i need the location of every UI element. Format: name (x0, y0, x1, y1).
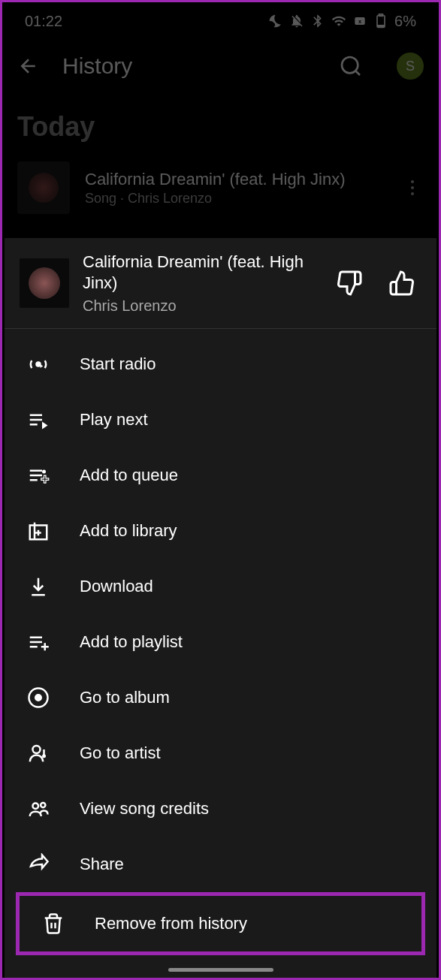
download-icon (27, 575, 50, 598)
menu-label: Remove from history (95, 914, 247, 933)
history-info: California Dreamin' (feat. High Jinx) So… (85, 170, 386, 207)
sheet-header: California Dreamin' (feat. High Jinx) Ch… (5, 238, 436, 329)
status-bar: 01:22 x 6% (2, 2, 439, 40)
menu-label: Add to queue (80, 466, 178, 485)
history-title: California Dreamin' (feat. High Jinx) (85, 170, 386, 189)
menu-go-to-artist[interactable]: Go to artist (5, 725, 436, 781)
library-icon (27, 520, 50, 542)
more-options-icon[interactable] (401, 180, 424, 195)
play-next-icon (27, 409, 50, 431)
highlight-annotation: Remove from history (16, 892, 425, 955)
menu-add-to-queue[interactable]: Add to queue (5, 448, 436, 503)
wifi-icon (331, 14, 346, 29)
album-icon (27, 686, 50, 709)
sheet-artist: Chris Lorenzo (83, 297, 316, 315)
menu-play-next[interactable]: Play next (5, 392, 436, 448)
bottom-sheet: California Dreamin' (feat. High Jinx) Ch… (5, 238, 436, 978)
album-thumbnail (17, 161, 70, 214)
menu-share[interactable]: Share (5, 837, 436, 892)
menu-download[interactable]: Download (5, 559, 436, 614)
svg-point-6 (37, 363, 41, 366)
status-time: 01:22 (25, 13, 62, 30)
thumbs-up-icon[interactable] (388, 270, 415, 297)
svg-point-11 (33, 746, 41, 753)
credits-icon (27, 798, 50, 820)
nav-bar-handle[interactable] (168, 968, 273, 972)
history-item[interactable]: California Dreamin' (feat. High Jinx) So… (2, 154, 439, 222)
page-title: History (62, 53, 316, 79)
dnd-icon (268, 14, 283, 29)
svg-point-7 (42, 470, 46, 474)
svg-point-5 (342, 57, 358, 73)
svg-point-12 (42, 754, 46, 758)
status-icons: x 6% (268, 13, 416, 30)
avatar[interactable]: S (397, 53, 424, 80)
queue-icon (27, 464, 50, 487)
menu-label: Go to artist (80, 743, 161, 763)
header: History S (2, 40, 439, 92)
menu-label: Play next (80, 410, 148, 430)
artist-icon (27, 742, 50, 764)
radio-icon (27, 353, 50, 375)
menu-add-to-library[interactable]: Add to library (5, 503, 436, 559)
svg-point-10 (35, 695, 41, 701)
sheet-thumbnail (20, 258, 69, 308)
thumbs-down-icon[interactable] (336, 270, 363, 297)
sheet-title: California Dreamin' (feat. High Jinx) (83, 252, 316, 294)
avatar-letter: S (406, 59, 415, 74)
share-icon (27, 853, 50, 876)
menu-list: Start radio Play next Add to queue Add t… (5, 329, 436, 963)
menu-label: Go to album (80, 688, 170, 707)
menu-start-radio[interactable]: Start radio (5, 336, 436, 392)
menu-view-credits[interactable]: View song credits (5, 781, 436, 837)
back-arrow-icon[interactable] (17, 55, 40, 77)
menu-remove-from-history[interactable]: Remove from history (20, 896, 421, 951)
menu-label: Add to library (80, 521, 177, 541)
menu-label: View song credits (80, 799, 209, 819)
search-icon[interactable] (339, 54, 363, 78)
battery-icon (373, 14, 388, 29)
history-subtitle: Song · Chris Lorenzo (85, 191, 386, 207)
menu-label: Share (80, 855, 124, 874)
svg-point-13 (33, 804, 39, 810)
menu-label: Start radio (80, 354, 156, 374)
sheet-info: California Dreamin' (feat. High Jinx) Ch… (83, 252, 316, 315)
menu-add-to-playlist[interactable]: Add to playlist (5, 614, 436, 670)
bluetooth-icon (310, 14, 325, 29)
menu-label: Add to playlist (80, 632, 183, 652)
section-title: Today (2, 92, 439, 154)
menu-label: Download (80, 577, 153, 596)
svg-rect-4 (378, 26, 384, 27)
playlist-add-icon (27, 631, 50, 653)
svg-point-14 (41, 803, 45, 807)
trash-icon (42, 912, 65, 935)
mute-icon (289, 14, 304, 29)
battery-percent: 6% (394, 13, 416, 30)
menu-go-to-album[interactable]: Go to album (5, 670, 436, 725)
data-icon: x (352, 14, 367, 29)
